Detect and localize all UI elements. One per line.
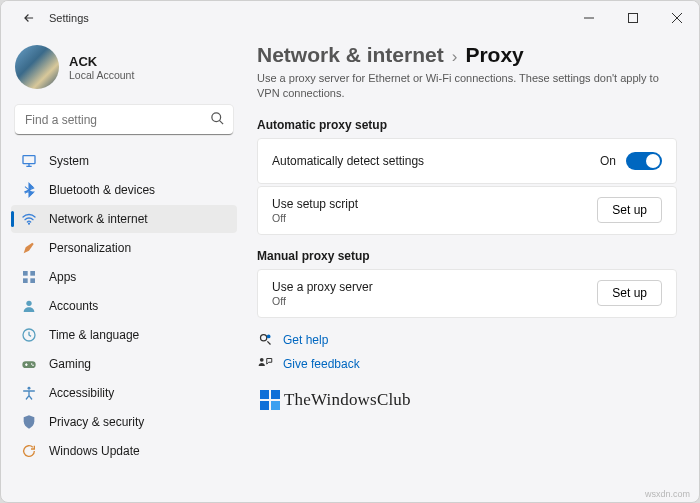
sidebar-item-accounts[interactable]: Accounts (11, 292, 237, 320)
accounts-icon (21, 298, 37, 314)
feedback-icon (257, 356, 273, 372)
svg-rect-0 (629, 14, 638, 23)
proxy-server-card[interactable]: Use a proxy server Off Set up (257, 269, 677, 318)
sidebar-item-label: Privacy & security (49, 415, 144, 429)
window-controls (567, 3, 699, 33)
sidebar-item-label: Network & internet (49, 212, 148, 226)
give-feedback-link[interactable]: Give feedback (257, 356, 677, 372)
sidebar-item-label: System (49, 154, 89, 168)
sidebar-item-label: Gaming (49, 357, 91, 371)
help-icon (257, 332, 273, 348)
maximize-button[interactable] (611, 3, 655, 33)
sidebar-item-label: Time & language (49, 328, 139, 342)
sidebar-item-label: Accessibility (49, 386, 114, 400)
give-feedback-text: Give feedback (283, 357, 360, 371)
time-language-icon (21, 327, 37, 343)
manual-proxy-group: Use a proxy server Off Set up (257, 269, 677, 318)
svg-rect-6 (23, 278, 28, 283)
system-icon (21, 153, 37, 169)
svg-point-12 (32, 365, 34, 367)
sidebar-item-bluetooth-devices[interactable]: Bluetooth & devices (11, 176, 237, 204)
svg-point-3 (28, 223, 30, 225)
bluetooth-icon (21, 182, 37, 198)
profile-name: ACK (69, 54, 134, 69)
svg-point-13 (28, 387, 31, 390)
sidebar-item-label: Windows Update (49, 444, 140, 458)
search-input[interactable] (15, 105, 233, 135)
svg-point-14 (260, 335, 266, 341)
privacy-icon (21, 414, 37, 430)
svg-rect-4 (23, 271, 28, 276)
svg-point-11 (31, 363, 33, 365)
sidebar-item-apps[interactable]: Apps (11, 263, 237, 291)
accessibility-icon (21, 385, 37, 401)
sidebar: ACK Local Account SystemBluetooth & devi… (1, 35, 247, 502)
chevron-right-icon: › (452, 47, 458, 67)
svg-rect-7 (30, 278, 35, 283)
sidebar-item-system[interactable]: System (11, 147, 237, 175)
sidebar-item-privacy-security[interactable]: Privacy & security (11, 408, 237, 436)
section-title-auto: Automatic proxy setup (257, 118, 677, 132)
auto-detect-toggle[interactable] (626, 152, 662, 170)
source-attribution: wsxdn.com (645, 489, 690, 499)
svg-rect-2 (23, 156, 35, 164)
profile-account-type: Local Account (69, 69, 134, 81)
setup-script-label: Use setup script (272, 197, 358, 211)
auto-detect-label: Automatically detect settings (272, 154, 424, 168)
page-description: Use a proxy server for Ethernet or Wi-Fi… (257, 71, 677, 102)
apps-icon (21, 269, 37, 285)
arrow-left-icon (22, 11, 36, 25)
sidebar-item-accessibility[interactable]: Accessibility (11, 379, 237, 407)
gaming-icon (21, 356, 37, 372)
get-help-link[interactable]: Get help (257, 332, 677, 348)
svg-point-8 (26, 301, 31, 306)
close-button[interactable] (655, 3, 699, 33)
profile-block[interactable]: ACK Local Account (5, 39, 243, 99)
sidebar-item-label: Bluetooth & devices (49, 183, 155, 197)
window-title: Settings (49, 12, 89, 24)
breadcrumb-parent[interactable]: Network & internet (257, 43, 444, 67)
sidebar-item-gaming[interactable]: Gaming (11, 350, 237, 378)
personalization-icon (21, 240, 37, 256)
svg-rect-5 (30, 271, 35, 276)
sidebar-item-time-language[interactable]: Time & language (11, 321, 237, 349)
svg-point-1 (212, 113, 221, 122)
svg-point-15 (266, 335, 270, 339)
sidebar-item-label: Personalization (49, 241, 131, 255)
avatar (15, 45, 59, 89)
update-icon (21, 443, 37, 459)
help-links: Get help Give feedback (257, 332, 677, 372)
breadcrumb: Network & internet › Proxy (257, 43, 677, 67)
settings-window: Settings ACK Local Account (0, 0, 700, 503)
wifi-icon (21, 211, 37, 227)
sidebar-item-personalization[interactable]: Personalization (11, 234, 237, 262)
sidebar-item-label: Accounts (49, 299, 98, 313)
search-icon (210, 111, 225, 129)
svg-point-16 (259, 358, 263, 362)
setup-script-status: Off (272, 212, 358, 224)
main-content: Network & internet › Proxy Use a proxy s… (247, 35, 699, 502)
sidebar-item-label: Apps (49, 270, 76, 284)
setup-script-card[interactable]: Use setup script Off Set up (257, 186, 677, 235)
proxy-server-label: Use a proxy server (272, 280, 373, 294)
titlebar: Settings (1, 1, 699, 35)
setup-script-button[interactable]: Set up (597, 197, 662, 223)
auto-proxy-group: Automatically detect settings On Use set… (257, 138, 677, 235)
sidebar-item-network-internet[interactable]: Network & internet (11, 205, 237, 233)
minimize-button[interactable] (567, 3, 611, 33)
sidebar-nav: SystemBluetooth & devicesNetwork & inter… (5, 147, 243, 465)
proxy-server-button[interactable]: Set up (597, 280, 662, 306)
svg-rect-10 (22, 361, 35, 368)
auto-detect-card[interactable]: Automatically detect settings On (257, 138, 677, 184)
get-help-text: Get help (283, 333, 328, 347)
section-title-manual: Manual proxy setup (257, 249, 677, 263)
proxy-server-status: Off (272, 295, 373, 307)
search-box (15, 105, 233, 135)
page-title: Proxy (465, 43, 523, 67)
back-button[interactable] (15, 4, 43, 32)
sidebar-item-windows-update[interactable]: Windows Update (11, 437, 237, 465)
toggle-state-label: On (600, 154, 616, 168)
